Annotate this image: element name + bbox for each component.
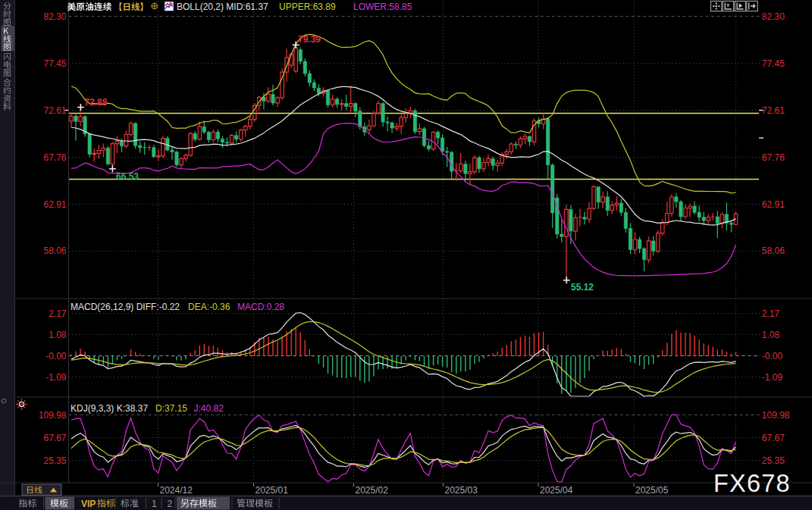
- svg-text:KDJ(9,3,3) K:38.37: KDJ(9,3,3) K:38.37: [71, 403, 148, 414]
- svg-text:109.98: 109.98: [39, 410, 67, 421]
- svg-text:LOWER:58.85: LOWER:58.85: [353, 2, 412, 12]
- svg-text:67.76: 67.76: [762, 152, 785, 163]
- svg-text:-0.00: -0.00: [762, 351, 783, 361]
- svg-text:2025/03: 2025/03: [445, 485, 478, 496]
- svg-text:67.67: 67.67: [43, 433, 66, 443]
- svg-text:1: 1: [152, 499, 157, 509]
- svg-text:58.06: 58.06: [762, 246, 785, 256]
- svg-text:-1.09: -1.09: [762, 372, 783, 383]
- svg-text:66.53: 66.53: [116, 171, 139, 182]
- svg-text:1.08: 1.08: [762, 330, 780, 340]
- svg-text:62.91: 62.91: [43, 199, 66, 210]
- svg-text:2025/05: 2025/05: [635, 485, 669, 496]
- svg-text:67.67: 67.67: [762, 433, 785, 443]
- svg-text:UPPER:63.89: UPPER:63.89: [279, 2, 336, 12]
- svg-text:58.06: 58.06: [43, 246, 66, 256]
- svg-text:82.30: 82.30: [43, 11, 66, 22]
- svg-text:2.17: 2.17: [49, 308, 67, 319]
- svg-text:BOLL(20,2) MID:61.37: BOLL(20,2) MID:61.37: [177, 2, 268, 12]
- svg-text:25.35: 25.35: [43, 455, 66, 466]
- svg-text:82.30: 82.30: [762, 11, 785, 22]
- svg-text:MACD(26,12,9) DIFF:-0.22: MACD(26,12,9) DIFF:-0.22: [71, 302, 180, 312]
- svg-text:DEA:-0.36: DEA:-0.36: [188, 302, 230, 312]
- svg-text:77.45: 77.45: [762, 58, 785, 69]
- svg-text:2025/01: 2025/01: [256, 485, 289, 496]
- svg-text:1.08: 1.08: [49, 330, 67, 340]
- svg-text:55.12: 55.12: [571, 282, 594, 293]
- svg-text:2.17: 2.17: [762, 308, 780, 319]
- svg-text:J:40.82: J:40.82: [194, 403, 224, 414]
- svg-text:25.35: 25.35: [762, 455, 785, 466]
- svg-text:2024/12: 2024/12: [160, 485, 193, 496]
- svg-text:2: 2: [168, 499, 173, 509]
- svg-text:109.98: 109.98: [762, 410, 790, 421]
- svg-text:VIP: VIP: [81, 499, 96, 509]
- svg-text:72.61: 72.61: [762, 105, 785, 116]
- svg-text:MACD:0.28: MACD:0.28: [237, 302, 284, 312]
- svg-text:2025/04: 2025/04: [540, 485, 573, 496]
- svg-text:72.88: 72.88: [84, 97, 107, 108]
- svg-text:FX678: FX678: [713, 470, 791, 497]
- svg-text:-0.00: -0.00: [45, 351, 67, 361]
- svg-text:67.76: 67.76: [43, 152, 66, 163]
- svg-text:72.61: 72.61: [43, 105, 66, 116]
- svg-text:62.91: 62.91: [762, 199, 785, 210]
- svg-text:2025/02: 2025/02: [356, 485, 389, 496]
- svg-text:79.39: 79.39: [298, 34, 321, 45]
- svg-text:-1.09: -1.09: [45, 372, 67, 383]
- svg-text:77.45: 77.45: [43, 58, 66, 69]
- svg-text:D:37.15: D:37.15: [155, 403, 187, 414]
